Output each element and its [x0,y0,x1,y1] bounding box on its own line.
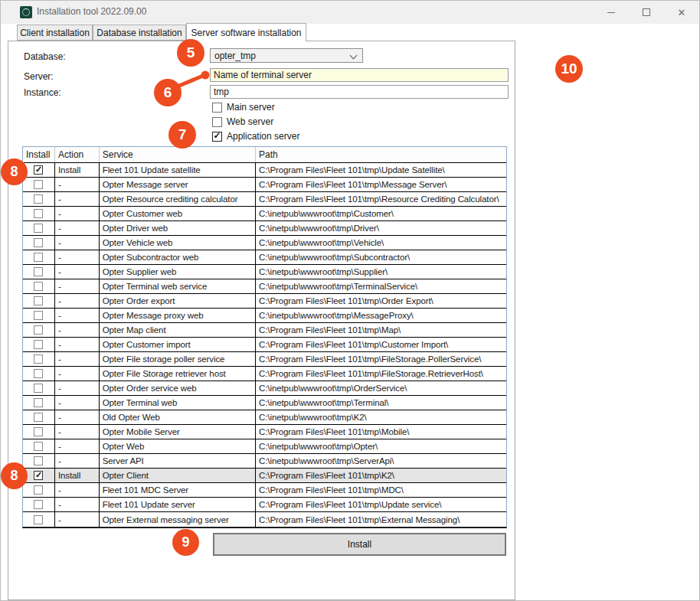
table-header: Install Action Service Path [23,147,506,163]
table-row[interactable]: - Opter Message proxy web C:\inetpub\www… [23,309,506,323]
table-row[interactable]: - Opter Resource crediting calculator C:… [23,192,506,207]
callout-badge-5: 5 [177,39,204,67]
close-button[interactable]: ✕ [664,1,699,24]
row-service: Fleet 101 Update satellite [100,163,256,177]
row-install-checkbox[interactable] [34,267,43,276]
table-row[interactable]: - Opter Supplier web C:\inetpub\wwwroot\… [23,265,506,279]
row-install-checkbox[interactable] [34,282,43,291]
table-row[interactable]: - Opter Customer import C:\Program Files… [23,338,506,352]
web-server-label: Web server [227,116,273,127]
table-row[interactable]: - Old Opter Web C:\inetpub\wwwroot\tmp\K… [23,410,506,425]
row-install-checkbox[interactable] [34,485,43,495]
column-header-path[interactable]: Path [256,147,506,162]
row-path: C:\Program Files\Fleet 101\tmp\Customer … [256,338,506,351]
server-input[interactable] [210,68,509,82]
table-row[interactable]: - Fleet 101 Update server C:\Program Fil… [23,498,506,512]
row-install-checkbox[interactable] [34,340,43,349]
minimize-button[interactable] [594,1,629,24]
table-row[interactable]: - Opter Customer web C:\inetpub\wwwroot\… [23,207,506,221]
column-header-service[interactable]: Service [100,147,256,162]
row-install-checkbox[interactable] [34,209,43,218]
column-header-action[interactable]: Action [55,147,100,162]
table-row[interactable]: - Opter Vehicle web C:\inetpub\wwwroot\t… [23,236,506,250]
row-path: C:\inetpub\wwwroot\tmp\Customer\ [256,207,506,220]
window-title: Installation tool 2022.09.00 [37,6,146,17]
database-select[interactable]: opter_tmp [210,48,363,63]
row-service: Opter File Storage retriever host [100,367,256,381]
row-install-checkbox[interactable] [34,354,43,364]
table-row[interactable]: - Opter Order export C:\Program Files\Fl… [23,294,506,309]
row-install-checkbox[interactable] [34,253,43,262]
table-row[interactable]: - Opter Terminal web C:\inetpub\wwwroot\… [23,396,506,410]
row-install-checkbox[interactable] [34,224,43,233]
row-install-checkbox[interactable] [34,442,43,451]
row-path: C:\inetpub\wwwroot\tmp\K2\ [256,410,506,424]
row-service: Fleet 101 Update server [100,498,256,511]
checkbox-row-application-server[interactable]: Application server [212,131,299,142]
table-row[interactable]: - Server API C:\inetpub\wwwroot\tmp\Serv… [23,454,506,469]
install-button[interactable]: Install [213,533,506,556]
table-row[interactable]: - Opter External messaging server C:\Pro… [23,512,506,527]
row-install-checkbox[interactable] [34,456,43,465]
instance-label: Instance: [24,87,61,98]
row-install-checkbox[interactable] [34,500,43,509]
tab-database-installation[interactable]: Database installation [93,24,186,41]
row-install-checkbox[interactable] [34,369,43,378]
row-path: C:\Program Files\Fleet 101\tmp\Update se… [256,498,506,511]
row-path: C:\inetpub\wwwroot\tmp\Driver\ [256,221,506,235]
row-service: Opter Driver web [100,221,256,235]
main-server-checkbox[interactable] [212,103,222,113]
table-row[interactable]: - Opter Web C:\inetpub\wwwroot\tmp\Opter… [23,439,506,454]
table-row[interactable]: - Opter File storage poller service C:\P… [23,352,506,367]
row-install-checkbox[interactable] [34,471,43,480]
row-install-checkbox[interactable] [34,384,43,393]
row-action: Install [55,163,100,177]
row-path: C:\Program Files\Fleet 101\tmp\MDC\ [256,483,506,497]
table-row[interactable]: - Opter Subcontractor web C:\inetpub\www… [23,250,506,265]
row-install-checkbox[interactable] [34,180,43,189]
checkbox-row-web-server[interactable]: Web server [212,116,273,127]
row-install-checkbox[interactable] [34,194,43,204]
table-row[interactable]: - Opter Message server C:\Program Files\… [23,178,506,192]
tab-client-installation[interactable]: Client installation [17,24,93,41]
table-row[interactable]: Install Fleet 101 Update satellite C:\Pr… [23,163,506,178]
instance-input[interactable] [210,85,509,99]
row-install-checkbox[interactable] [34,413,43,422]
table-row[interactable]: - Opter Driver web C:\inetpub\wwwroot\tm… [23,221,506,236]
close-icon: ✕ [678,7,686,18]
row-install-checkbox[interactable] [34,296,43,305]
row-install-checkbox[interactable] [34,165,43,175]
column-header-install[interactable]: Install [23,147,55,162]
table-row[interactable]: - Opter Map client C:\Program Files\Flee… [23,323,506,338]
row-install-checkbox[interactable] [34,311,43,320]
application-server-checkbox[interactable] [212,132,222,142]
row-action: - [55,425,100,439]
row-install-checkbox[interactable] [34,325,43,335]
row-service: Opter Message server [100,178,256,191]
row-action: - [55,265,100,279]
row-install-checkbox[interactable] [34,238,43,247]
row-install-checkbox[interactable] [34,427,43,436]
row-service: Opter Message proxy web [100,309,256,322]
row-service: Opter Terminal web [100,396,256,410]
table-row[interactable]: - Opter Order service web C:\inetpub\www… [23,381,506,396]
table-row[interactable]: Install Opter Client C:\Program Files\Fl… [23,469,506,483]
table-row[interactable]: - Opter File Storage retriever host C:\P… [23,367,506,381]
row-action: - [55,367,100,381]
tab-server-software-installation[interactable]: Server software installation [186,23,306,41]
maximize-button[interactable] [629,1,664,24]
row-service: Opter Terminal web service [100,279,256,293]
checkbox-row-main-server[interactable]: Main server [212,102,275,113]
web-server-checkbox[interactable] [212,117,222,127]
row-service: Opter Map client [100,323,256,337]
row-path: C:\inetpub\wwwroot\tmp\Vehicle\ [256,236,506,250]
table-row[interactable]: - Opter Mobile Server C:\Program Files\F… [23,425,506,439]
callout-badge-7: 7 [168,121,196,149]
table-row[interactable]: - Fleet 101 MDC Server C:\Program Files\… [23,483,506,498]
table-row[interactable]: - Opter Terminal web service C:\inetpub\… [23,279,506,294]
row-install-checkbox[interactable] [34,398,43,407]
chevron-down-icon [350,52,358,60]
row-install-checkbox[interactable] [34,515,43,524]
row-path: C:\inetpub\wwwroot\tmp\ServerApi\ [256,454,506,468]
row-action: - [55,192,100,206]
